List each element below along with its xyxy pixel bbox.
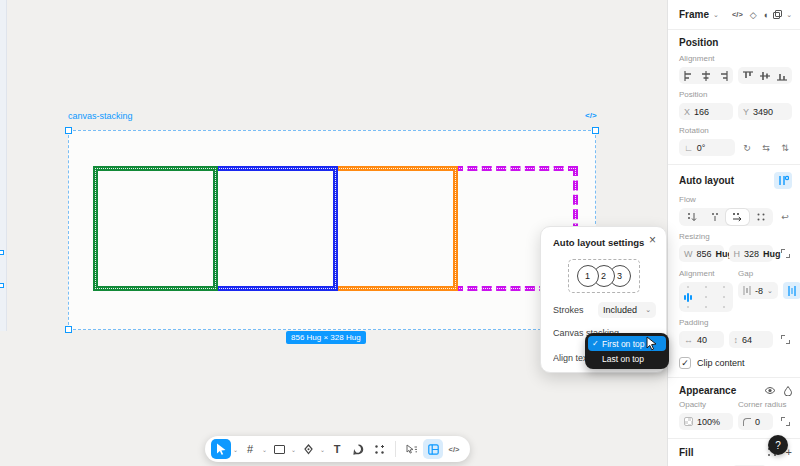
selection-handle-tl[interactable] (65, 127, 72, 134)
vertical-align-group (738, 67, 792, 84)
close-icon[interactable]: × (649, 233, 656, 247)
move-tool[interactable] (211, 439, 231, 459)
chevron-down-icon[interactable]: ⌄ (290, 446, 297, 453)
flow-label: Flow (679, 195, 792, 204)
wrap-button[interactable]: ↩ (778, 212, 792, 222)
menu-item-last-on-top[interactable]: Last on top (588, 351, 666, 366)
toolbar-divider (395, 441, 396, 457)
preview-circle-1: 1 (577, 265, 599, 287)
align-left-indicator (684, 293, 692, 302)
help-icon: ? (775, 440, 781, 451)
rotation-field[interactable]: ∟ 0° (679, 139, 735, 156)
corner-radius-field[interactable]: 0 (738, 413, 773, 430)
rotate-button[interactable]: ↻ (740, 143, 754, 153)
square-green[interactable] (93, 166, 218, 291)
code-icon[interactable]: </> (732, 10, 743, 19)
eye-icon[interactable] (764, 386, 776, 395)
chevron-down-icon[interactable]: ⌄ (261, 446, 268, 453)
align-bottom-button[interactable] (774, 68, 791, 83)
resizing-label: Resizing (679, 232, 792, 241)
canvas-frame[interactable] (68, 130, 596, 330)
pen-tool[interactable] (298, 439, 318, 459)
width-field[interactable]: W 856 Hug (679, 245, 724, 262)
horizontal-padding-field[interactable]: ↔ 40 (679, 331, 724, 348)
individual-padding-button[interactable] (778, 335, 792, 344)
selection-handle-bl[interactable] (65, 326, 72, 333)
selection-type-label[interactable]: Frame (679, 9, 709, 20)
gap-field[interactable]: -8 ⌄ (738, 282, 778, 299)
distribute-button[interactable] (783, 282, 800, 299)
y-value: 3490 (753, 107, 773, 117)
align-middle-button[interactable] (756, 68, 773, 83)
alignment-grid[interactable] (679, 282, 733, 312)
bottom-toolbar: ⌄ # ⌄ ⌄ ⌄ T </> (205, 436, 470, 462)
independent-corners-button[interactable] (778, 417, 792, 426)
selection-handle[interactable] (0, 283, 4, 288)
square-blue[interactable] (213, 166, 338, 291)
vertical-padding-field[interactable]: ↕ 64 (729, 331, 774, 348)
draw-mode-button[interactable] (402, 439, 422, 459)
figma-app: canvas-stacking </> 856 Hug × 328 Hug Au… (0, 0, 800, 466)
selection-handle-tr[interactable] (592, 127, 599, 134)
comment-tool[interactable] (348, 439, 368, 459)
flow-horizontal-button[interactable] (726, 209, 749, 225)
align-left-button[interactable] (680, 68, 697, 83)
flip-horizontal-button[interactable]: ⇆ (759, 143, 773, 153)
align-center-h-button[interactable] (697, 68, 714, 83)
square-orange[interactable] (333, 166, 458, 291)
chevron-down-icon[interactable]: ⌄ (786, 11, 792, 19)
height-field[interactable]: H 328 Hug (729, 245, 774, 262)
opacity-icon (684, 417, 693, 426)
dev-mode-button[interactable]: </> (444, 439, 464, 459)
rotation-value: 0° (697, 143, 706, 153)
clip-content-checkbox[interactable]: ✓ (679, 357, 691, 369)
stacking-preview: 1 2 3 (568, 259, 640, 293)
horizontal-padding-value: 40 (697, 335, 707, 345)
angle-icon: ∟ (684, 143, 693, 153)
frame-code-badge[interactable]: </> (585, 111, 597, 120)
strokes-select[interactable]: Included ⌄ (598, 302, 656, 318)
flow-vertical-alt-button[interactable] (703, 209, 726, 225)
chevron-down-icon[interactable]: ⌄ (319, 446, 326, 453)
align-right-button[interactable] (715, 68, 732, 83)
flip-vertical-icon: ⇅ (781, 143, 789, 153)
blend-droplet-icon[interactable] (784, 386, 792, 396)
actions-tool[interactable] (369, 439, 389, 459)
opacity-field[interactable]: 100% (679, 413, 733, 430)
gap-label: Gap (738, 269, 800, 278)
layers-icon[interactable] (773, 10, 782, 19)
corner-radius-value: 0 (755, 417, 760, 427)
chevron-down-icon[interactable]: ⌄ (232, 446, 239, 453)
mask-icon[interactable]: ◐ (764, 10, 769, 20)
help-button[interactable]: ? (768, 435, 788, 455)
y-position-field[interactable]: Y 3490 (738, 103, 792, 120)
flow-vertical-button[interactable] (680, 209, 703, 225)
frame-name-label[interactable]: canvas-stacking (68, 111, 133, 121)
selection-handle[interactable] (0, 250, 4, 255)
vertical-padding-value: 64 (742, 335, 752, 345)
w-value: 856 (697, 249, 712, 259)
frame-tool[interactable]: # (240, 439, 260, 459)
frame-icon: # (247, 443, 253, 455)
flip-vertical-button[interactable]: ⇅ (778, 143, 792, 153)
position-section: Position Alignment Position X 166 (668, 30, 800, 165)
component-icon[interactable]: ◇ (750, 10, 757, 20)
chevron-down-icon[interactable]: ⌄ (767, 287, 773, 295)
flow-grid-button[interactable] (749, 209, 772, 225)
resize-icon (781, 249, 790, 258)
wrap-icon: ↩ (781, 212, 789, 222)
design-mode-button[interactable] (423, 439, 443, 459)
align-top-button[interactable] (739, 68, 756, 83)
distribute-icon (787, 286, 797, 296)
properties-panel: Frame ⌄ </> ◇ ◐ ⌄ Position Alignment (667, 0, 800, 466)
draw-cursor-icon (406, 444, 418, 455)
chevron-down-icon[interactable]: ⌄ (713, 11, 719, 19)
corners-icon (781, 417, 790, 426)
shape-tool[interactable] (269, 439, 289, 459)
auto-layout-settings-button[interactable] (774, 172, 792, 189)
resize-settings-button[interactable] (778, 249, 792, 258)
x-position-field[interactable]: X 166 (679, 103, 733, 120)
text-tool[interactable]: T (327, 439, 347, 459)
menu-item-label: First on top (602, 339, 645, 349)
selection-size-badge: 856 Hug × 328 Hug (286, 331, 366, 344)
